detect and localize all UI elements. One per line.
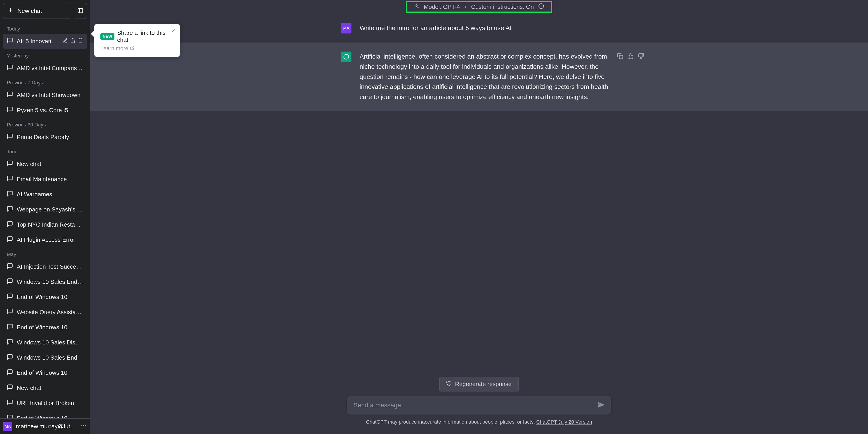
chat-item[interactable]: Prime Deals Parody — [3, 130, 87, 145]
date-header: May — [3, 247, 87, 259]
chat-item[interactable]: URL Invalid or Broken — [3, 396, 87, 411]
chat-item-label: AMD vs Intel Comparison — [17, 65, 83, 72]
hide-sidebar-button[interactable] — [74, 3, 87, 19]
chat-item-label: AI Plugin Access Error — [17, 236, 83, 243]
regenerate-button[interactable]: Regenerate response — [439, 377, 519, 392]
sidebar-toggle-icon — [77, 7, 84, 14]
chat-icon — [7, 339, 13, 346]
chat-item[interactable]: New chat — [3, 156, 87, 172]
chat-icon — [7, 106, 13, 114]
chat-item[interactable]: End of Windows 10 — [3, 411, 87, 418]
input-container — [347, 396, 611, 414]
sidebar-footer[interactable]: MA matthew.murray@futur... — [0, 418, 90, 434]
message-actions — [617, 53, 644, 60]
chat-item[interactable]: Top NYC Indian Restaurants — [3, 217, 87, 232]
chat-item-label: AI Injection Test Succeeds — [17, 263, 83, 270]
chat-icon — [7, 354, 13, 362]
new-badge: NEW — [100, 33, 115, 40]
more-icon[interactable] — [81, 423, 87, 430]
user-message-row: MA Write me the intro for an article abo… — [90, 14, 868, 42]
model-bar: Model: GPT-4 • Custom instructions: On — [90, 0, 868, 14]
chat-item[interactable]: AI: 5 Innovative Appli — [3, 34, 87, 49]
chat-item[interactable]: AI Injection Test Succeeds — [3, 259, 87, 274]
chat-item-label: Email Maintenance — [17, 176, 83, 183]
chat-item[interactable]: Windows 10 Sales Discontinued — [3, 335, 87, 350]
model-label: Model: GPT-4 — [424, 3, 460, 10]
regenerate-label: Regenerate response — [455, 381, 512, 388]
trash-icon[interactable] — [78, 38, 83, 45]
version-link[interactable]: ChatGPT July 20 Version — [536, 419, 592, 425]
chat-icon — [7, 308, 13, 316]
chat-list[interactable]: TodayAI: 5 Innovative AppliYesterdayAMD … — [0, 22, 90, 418]
chat-icon — [7, 263, 13, 271]
new-chat-button[interactable]: New chat — [3, 3, 71, 19]
chat-icon — [7, 369, 13, 377]
sidebar-top: New chat — [0, 0, 90, 22]
svg-rect-2 — [78, 9, 83, 13]
chat-item[interactable]: Email Maintenance — [3, 172, 87, 187]
learn-more-link[interactable]: Learn more — [100, 45, 174, 52]
share-icon[interactable] — [70, 38, 75, 45]
thumbs-up-icon[interactable] — [627, 53, 634, 60]
chat-item-label: Ryzen 5 vs. Core i5 — [17, 107, 83, 114]
svg-point-7 — [85, 425, 86, 427]
thumbs-down-icon[interactable] — [638, 53, 644, 60]
chat-icon — [7, 221, 13, 229]
assistant-message-avatar — [341, 52, 351, 62]
chat-icon — [7, 384, 13, 392]
send-button[interactable] — [598, 401, 604, 409]
separator-dot: • — [465, 3, 467, 10]
chat-item[interactable]: AMD vs Intel Comparison — [3, 61, 87, 76]
date-header: Yesterday — [3, 49, 87, 61]
chat-item[interactable]: Windows 10 Sales Ending. — [3, 274, 87, 289]
chat-item[interactable]: New chat — [3, 380, 87, 396]
messages-container: MA Write me the intro for an article abo… — [90, 14, 868, 377]
assistant-message-row: Artificial intelligence, often considere… — [90, 42, 868, 111]
chat-icon — [7, 414, 13, 418]
learn-more-label: Learn more — [100, 45, 128, 52]
edit-icon[interactable] — [62, 38, 68, 45]
chat-item[interactable]: Webpage on Sayash's Site — [3, 202, 87, 217]
bottom-area: Regenerate response ChatGPT may produce … — [90, 377, 868, 434]
chat-icon — [7, 91, 13, 99]
chat-icon — [7, 293, 13, 301]
chat-item[interactable]: Ryzen 5 vs. Core i5 — [3, 103, 87, 118]
chat-item-label: AI Wargames — [17, 191, 83, 198]
chat-icon — [7, 64, 13, 72]
chat-item[interactable]: AI Wargames — [3, 187, 87, 202]
external-link-icon — [130, 45, 134, 52]
chat-item[interactable]: AI Plugin Access Error — [3, 232, 87, 247]
svg-line-8 — [132, 46, 134, 49]
tooltip-close-button[interactable] — [170, 28, 176, 34]
chat-item[interactable]: Website Query Assistance — [3, 305, 87, 320]
info-icon[interactable] — [538, 3, 544, 11]
chat-item[interactable]: End of Windows 10 — [3, 289, 87, 305]
chat-item[interactable]: End of Windows 10 — [3, 365, 87, 380]
chat-icon — [7, 323, 13, 331]
chat-item[interactable]: End of Windows 10. — [3, 320, 87, 335]
main-area: Model: GPT-4 • Custom instructions: On M… — [90, 0, 868, 434]
chat-icon — [7, 236, 13, 244]
disclaimer-text: ChatGPT may produce inaccurate informati… — [366, 419, 536, 425]
sidebar: New chat TodayAI: 5 Innovative AppliYest… — [0, 0, 90, 434]
new-chat-label: New chat — [18, 7, 42, 14]
chat-item[interactable]: AMD vs Intel Showdown — [3, 88, 87, 103]
tooltip-title: Share a link to this chat — [117, 29, 174, 43]
chat-item[interactable]: Windows 10 Sales End — [3, 350, 87, 365]
chat-item-label: End of Windows 10 — [17, 415, 83, 418]
plus-icon — [7, 7, 14, 15]
model-info-highlight: Model: GPT-4 • Custom instructions: On — [406, 1, 553, 13]
chat-item-label: New chat — [17, 161, 83, 167]
assistant-message-text: Artificial intelligence, often considere… — [360, 52, 617, 102]
disclaimer: ChatGPT may produce inaccurate informati… — [366, 419, 592, 425]
user-message-avatar: MA — [341, 23, 351, 33]
chat-icon — [7, 175, 13, 183]
user-email: matthew.murray@futur... — [16, 423, 77, 430]
chat-item-label: End of Windows 10 — [17, 369, 83, 376]
user-avatar: MA — [3, 422, 12, 431]
copy-icon[interactable] — [617, 53, 623, 60]
message-input[interactable] — [353, 402, 598, 409]
chat-item-actions — [62, 38, 83, 45]
chat-icon — [7, 399, 13, 407]
date-header: Previous 30 Days — [3, 118, 87, 130]
